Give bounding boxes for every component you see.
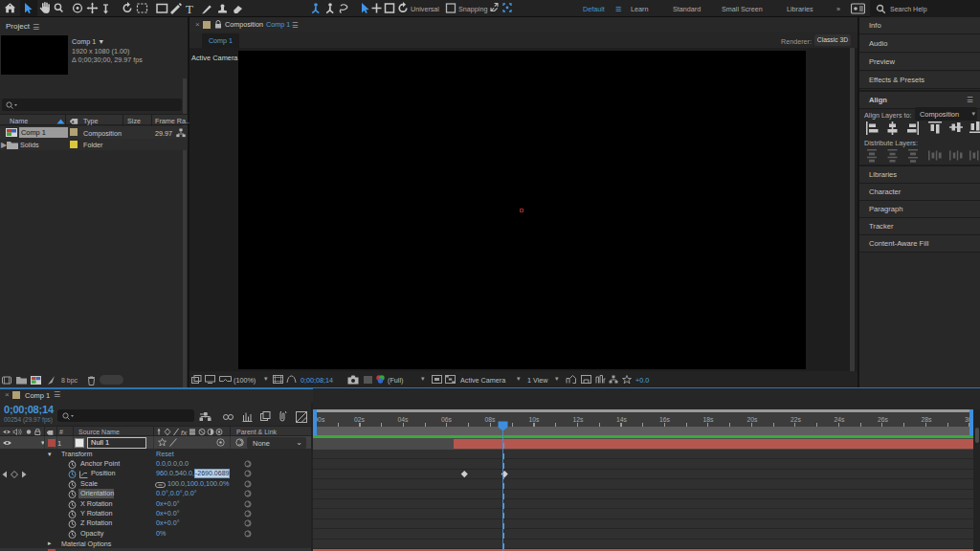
svg-text:fx: fx: [181, 429, 188, 437]
svg-text:T: T: [186, 2, 193, 16]
